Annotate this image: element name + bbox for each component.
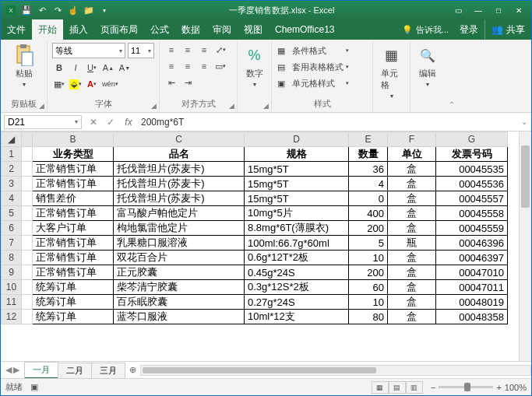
sheet-nav-next-icon[interactable]: ▶ <box>13 365 19 375</box>
cell[interactable]: 8.8mg*6T(薄膜衣) <box>245 221 349 236</box>
dialog-launcher-icon[interactable]: ◢ <box>263 102 269 110</box>
close-button[interactable]: ✕ <box>509 3 528 17</box>
cell[interactable]: 00047010 <box>436 265 508 280</box>
cell[interactable]: 4 <box>349 177 388 191</box>
vertical-scrollbar[interactable] <box>519 131 531 361</box>
cell[interactable]: 60 <box>349 280 388 295</box>
cell[interactable]: 00045536 <box>436 177 508 191</box>
sheet-tab[interactable]: 一月 <box>24 362 58 379</box>
align-bottom-button[interactable]: ≡ <box>197 43 211 57</box>
cell[interactable]: 盒 <box>388 251 436 265</box>
cell[interactable]: 蓝芩口服液 <box>114 310 245 324</box>
accept-formula-icon[interactable]: ✓ <box>102 117 119 128</box>
col-header[interactable]: F <box>388 132 436 147</box>
cell[interactable]: 盒 <box>388 177 436 191</box>
row-header[interactable]: 12 <box>2 310 22 324</box>
cell[interactable]: 10ml*12支 <box>245 310 349 324</box>
col-header[interactable] <box>22 132 33 147</box>
cell[interactable]: 盒 <box>388 221 436 236</box>
col-header[interactable]: B <box>33 132 114 147</box>
col-header[interactable]: C <box>114 132 245 147</box>
paste-button[interactable]: 粘贴 ▾ <box>10 43 38 89</box>
zoom-slider[interactable] <box>439 386 493 388</box>
spreadsheet-grid[interactable]: ◢ B C D E F G 1 业务类型 品名 规格 数量 单位 发票号码 2正… <box>1 131 508 324</box>
font-name-select[interactable]: 等线▾ <box>52 43 125 58</box>
share-button[interactable]: 👥共享 <box>484 19 531 40</box>
align-left-button[interactable]: ≡ <box>164 59 178 73</box>
tab-home[interactable]: 开始 <box>32 19 63 40</box>
fill-color-button[interactable]: ⬙▾ <box>69 77 83 91</box>
cell[interactable]: 统筹订单 <box>33 280 114 295</box>
cell[interactable]: 正常销售订单 <box>33 251 114 265</box>
collapse-ribbon-icon[interactable]: ⌃ <box>449 100 455 109</box>
cell[interactable]: 15mg*5T <box>245 177 349 191</box>
cell[interactable]: 15mg*5T <box>245 191 349 206</box>
formula-input[interactable]: 200mg*6T <box>138 117 517 128</box>
underline-button[interactable]: U▾ <box>85 61 99 75</box>
row-header[interactable]: 11 <box>2 295 22 310</box>
dialog-launcher-icon[interactable]: ◢ <box>39 102 44 110</box>
cell[interactable]: 盒 <box>388 295 436 310</box>
col-header[interactable]: G <box>436 132 508 147</box>
tab-view[interactable]: 视图 <box>238 19 269 40</box>
minimize-button[interactable]: — <box>469 3 488 17</box>
font-size-select[interactable]: 11▾ <box>128 43 154 58</box>
tab-data[interactable]: 数据 <box>175 19 206 40</box>
normal-view-button[interactable]: ▦ <box>372 381 389 394</box>
cell[interactable]: 10 <box>349 295 388 310</box>
cell[interactable]: 盒 <box>388 310 436 324</box>
cell[interactable]: 正常销售订单 <box>33 236 114 251</box>
cell[interactable]: 双花百合片 <box>114 251 245 265</box>
scrollbar-thumb[interactable] <box>521 145 530 208</box>
new-sheet-button[interactable]: ⊕ <box>125 365 140 375</box>
name-box[interactable]: D21▾ <box>4 115 82 129</box>
cell[interactable]: 统筹订单 <box>33 310 114 324</box>
cell[interactable]: 0 <box>349 191 388 206</box>
orientation-button[interactable]: ⤢▾ <box>213 43 227 57</box>
touch-icon[interactable]: ☝ <box>68 5 79 16</box>
col-header[interactable]: D <box>245 132 349 147</box>
folder-icon[interactable]: 📁 <box>83 5 94 16</box>
cell[interactable]: 100ml:66.7g*60ml <box>245 236 349 251</box>
cell[interactable]: 80 <box>349 310 388 324</box>
cell[interactable]: 200 <box>349 221 388 236</box>
cell[interactable]: 00046396 <box>436 236 508 251</box>
zoom-in-button[interactable]: + <box>496 383 501 392</box>
edit-button[interactable]: 🔍 编辑 ▾ <box>414 43 442 89</box>
dialog-launcher-icon[interactable]: ◢ <box>229 102 234 110</box>
horizontal-scrollbar[interactable] <box>140 365 531 376</box>
cell[interactable]: 200 <box>349 265 388 280</box>
sheet-tab[interactable]: 三月 <box>91 363 125 378</box>
page-break-view-button[interactable]: ▥ <box>406 381 423 394</box>
grow-font-button[interactable]: A▲ <box>101 61 115 75</box>
cell[interactable]: 盒 <box>388 265 436 280</box>
row-header[interactable]: 6 <box>2 221 22 236</box>
number-format-button[interactable]: % 数字 ▾ <box>241 43 269 89</box>
tab-layout[interactable]: 页面布局 <box>94 19 144 40</box>
cell[interactable]: 业务类型 <box>33 147 114 162</box>
cell[interactable]: 0.3g*12S*2板 <box>245 280 349 295</box>
page-layout-view-button[interactable]: ▤ <box>389 381 406 394</box>
cell[interactable]: 0.45g*24S <box>245 265 349 280</box>
cell[interactable]: 36 <box>349 162 388 177</box>
align-middle-button[interactable]: ≡ <box>181 43 195 57</box>
redo-icon[interactable]: ↷ <box>52 5 63 16</box>
tab-file[interactable]: 文件 <box>1 19 32 40</box>
cell[interactable]: 数量 <box>349 147 388 162</box>
cell[interactable]: 富马酸卢帕他定片 <box>114 206 245 221</box>
cell[interactable]: 销售差价 <box>33 191 114 206</box>
cell[interactable]: 00047011 <box>436 280 508 295</box>
indent-dec-button[interactable]: ⇤ <box>164 75 178 89</box>
cell[interactable]: 0.27g*24S <box>245 295 349 310</box>
cells-button[interactable]: ▦ 单元格 ▾ <box>378 43 406 101</box>
cell[interactable]: 0.6g*12T*2板 <box>245 251 349 265</box>
cell[interactable]: 正常销售订单 <box>33 265 114 280</box>
align-right-button[interactable]: ≡ <box>197 59 211 73</box>
cell[interactable]: 托伐普坦片(苏麦卡) <box>114 177 245 191</box>
zoom-out-button[interactable]: − <box>431 383 435 392</box>
cell[interactable]: 发票号码 <box>436 147 508 162</box>
cell[interactable]: 10mg*5片 <box>245 206 349 221</box>
row-header[interactable]: 3 <box>2 177 22 191</box>
tab-chemoffice[interactable]: ChemOffice13 <box>269 19 340 40</box>
cell[interactable]: 规格 <box>245 147 349 162</box>
